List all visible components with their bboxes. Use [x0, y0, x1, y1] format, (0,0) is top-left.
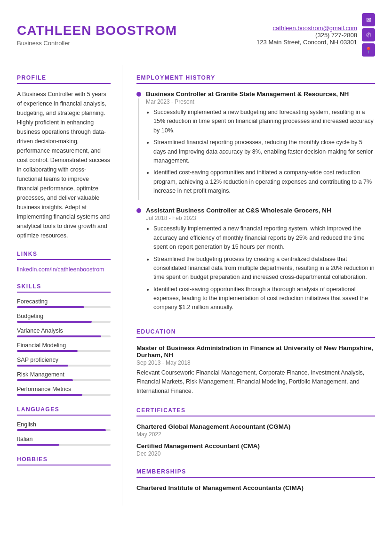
- job-bullet: Successfully implemented a new financial…: [153, 224, 375, 252]
- education-section-header: EDUCATION: [136, 328, 375, 338]
- job-title: Business Controller at Granite State Man…: [146, 90, 375, 98]
- skill-bar-background: [17, 350, 111, 352]
- language-bar-fill: [17, 444, 59, 446]
- skill-bar-fill: [17, 321, 92, 323]
- job-entry: Assistant Business Controller at C&S Who…: [136, 207, 375, 317]
- skill-item: Budgeting: [17, 313, 111, 323]
- skill-bar-background: [17, 394, 111, 396]
- header-left: CATHLEEN BOOSTROM Business Controller: [17, 23, 177, 47]
- certificates-section-header: CERTIFICATES: [136, 407, 375, 416]
- skill-bar-fill: [17, 335, 101, 337]
- skill-bar-fill: [17, 394, 82, 396]
- candidate-name: CATHLEEN BOOSTROM: [17, 23, 177, 38]
- job-entry: Business Controller at Granite State Man…: [136, 90, 375, 200]
- memberships-section-header: MEMBERSHIPS: [136, 468, 375, 478]
- job-timeline-line: [138, 98, 139, 200]
- resume-page: CATHLEEN BOOSTROM Business Controller ca…: [0, 0, 392, 555]
- job-dot-column: [136, 90, 141, 200]
- phone-number: (325) 727-2808: [256, 32, 357, 39]
- skill-item: Performance Metrics: [17, 386, 111, 396]
- education-list: Master of Business Administration in Fin…: [136, 344, 375, 396]
- skill-name: SAP proficiency: [17, 357, 111, 363]
- skills-section-header: SKILLS: [17, 283, 111, 293]
- employment-section-header: EMPLOYMENT HISTORY: [136, 74, 375, 84]
- job-dot: [136, 92, 141, 97]
- links-section-header: LINKS: [17, 251, 111, 260]
- skill-bar-fill: [17, 379, 73, 381]
- certificate-entry: Certified Management Accountant (CMA) De…: [136, 442, 375, 457]
- linkedin-link-item: linkedin.com/in/cathleenboostrom: [17, 266, 111, 273]
- skill-bar-background: [17, 321, 111, 323]
- skill-name: Performance Metrics: [17, 386, 111, 392]
- skill-bar-fill: [17, 350, 78, 352]
- jobs-list: Business Controller at Granite State Man…: [136, 90, 375, 317]
- language-bar-background: [17, 444, 111, 446]
- skill-name: Variance Analysis: [17, 327, 111, 334]
- job-content: Business Controller at Granite State Man…: [146, 90, 375, 200]
- skill-name: Budgeting: [17, 313, 111, 319]
- skill-item: Variance Analysis: [17, 327, 111, 337]
- job-bullet: Successfully implemented a new budgeting…: [153, 108, 375, 135]
- language-item: Italian: [17, 436, 111, 446]
- language-name: English: [17, 421, 111, 428]
- main-content: PROFILE A Business Controller with 5 yea…: [0, 65, 392, 506]
- skill-item: SAP proficiency: [17, 357, 111, 367]
- certificate-entry: Chartered Global Management Accountant (…: [136, 423, 375, 438]
- edu-degree: Master of Business Administration in Fin…: [136, 344, 375, 359]
- location-icon: 📍: [362, 43, 375, 57]
- skill-item: Forecasting: [17, 298, 111, 308]
- cert-name: Chartered Global Management Accountant (…: [136, 423, 375, 430]
- skill-item: Risk Management: [17, 371, 111, 381]
- edu-coursework: Relevant Coursework: Financial Managemen…: [136, 368, 375, 396]
- skill-name: Risk Management: [17, 371, 111, 378]
- language-item: English: [17, 421, 111, 431]
- skill-name: Forecasting: [17, 298, 111, 305]
- profile-text: A Business Controller with 5 years of ex…: [17, 90, 111, 240]
- job-bullets-list: Successfully implemented a new budgeting…: [146, 108, 375, 196]
- header-right: cathleen.boostrom@gmail.com (325) 727-28…: [256, 13, 375, 57]
- job-dot-column: [136, 207, 141, 317]
- language-name: Italian: [17, 436, 111, 442]
- skills-list: Forecasting Budgeting Variance Analysis …: [17, 298, 111, 396]
- profile-section-header: PROFILE: [17, 74, 111, 84]
- skill-name: Financial Modeling: [17, 342, 111, 349]
- skill-bar-background: [17, 335, 111, 337]
- hobbies-section-header: HOBBIES: [17, 456, 111, 465]
- job-bullet: Streamlined financial reporting processe…: [153, 138, 375, 165]
- language-bar-background: [17, 429, 111, 431]
- job-date: Jul 2018 - Feb 2023: [146, 215, 375, 221]
- linkedin-link[interactable]: linkedin.com/in/cathleenboostrom: [17, 266, 104, 273]
- memberships-list: Chartered Institute of Management Accoun…: [136, 484, 375, 491]
- skill-bar-background: [17, 365, 111, 367]
- left-column: PROFILE A Business Controller with 5 yea…: [0, 65, 122, 506]
- email-icon: ✉: [362, 13, 375, 26]
- candidate-title: Business Controller: [17, 40, 177, 47]
- contact-icons: ✉ ✆ 📍: [362, 13, 375, 57]
- languages-list: English Italian: [17, 421, 111, 446]
- skill-bar-background: [17, 306, 111, 308]
- header: CATHLEEN BOOSTROM Business Controller ca…: [0, 0, 392, 65]
- job-bullets-list: Successfully implemented a new financial…: [146, 224, 375, 312]
- cert-name: Certified Management Accountant (CMA): [136, 442, 375, 449]
- skill-bar-fill: [17, 306, 84, 308]
- cert-date: Dec 2020: [136, 450, 375, 457]
- skill-bar-fill: [17, 365, 68, 367]
- certificates-list: Chartered Global Management Accountant (…: [136, 423, 375, 457]
- language-bar-fill: [17, 429, 106, 431]
- phone-icon: ✆: [362, 28, 375, 41]
- job-bullet: Identified cost-saving opportunities and…: [153, 168, 375, 196]
- address: 123 Main Street, Concord, NH 03301: [256, 39, 357, 46]
- right-column: EMPLOYMENT HISTORY Business Controller a…: [122, 65, 392, 506]
- membership-name: Chartered Institute of Management Accoun…: [136, 484, 375, 491]
- edu-date: Sep 2013 - May 2018: [136, 359, 375, 366]
- job-content: Assistant Business Controller at C&S Who…: [146, 207, 375, 317]
- job-title: Assistant Business Controller at C&S Who…: [146, 207, 375, 214]
- job-bullet: Identified cost-saving opportunities thr…: [153, 285, 375, 312]
- contact-info: cathleen.boostrom@gmail.com (325) 727-28…: [256, 24, 357, 46]
- cert-date: May 2022: [136, 431, 375, 438]
- education-entry: Master of Business Administration in Fin…: [136, 344, 375, 396]
- skill-bar-background: [17, 379, 111, 381]
- job-bullet: Streamlined the budgeting process by cre…: [153, 255, 375, 282]
- email-link[interactable]: cathleen.boostrom@gmail.com: [273, 24, 357, 32]
- membership-entry: Chartered Institute of Management Accoun…: [136, 484, 375, 491]
